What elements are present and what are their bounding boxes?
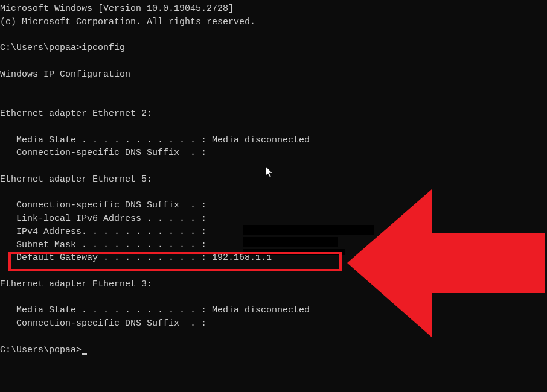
copyright-line: (c) Microsoft Corporation. All rights re… — [0, 16, 547, 29]
red-arrow-annotation-icon — [347, 189, 545, 349]
prompt-path: C:\Users\popaa> — [0, 43, 82, 53]
blank-line — [0, 55, 547, 68]
mouse-cursor-icon — [266, 166, 275, 179]
text-cursor-icon — [82, 353, 87, 355]
ipconfig-title: Windows IP Configuration — [0, 68, 547, 81]
adapter-header: Ethernet adapter Ethernet 2: — [0, 107, 547, 121]
highlight-rectangle-annotation — [8, 252, 342, 271]
windows-version-line: Microsoft Windows [Version 10.0.19045.27… — [0, 2, 547, 16]
command-text: ipconfig — [82, 43, 125, 53]
prompt-line: C:\Users\popaa>ipconfig — [0, 42, 547, 55]
blank-line — [0, 121, 547, 134]
media-state-line: Media State . . . . . . . . . . . : Medi… — [0, 134, 547, 147]
blank-line — [0, 94, 547, 107]
redaction-block — [243, 237, 338, 247]
dns-suffix-line: Connection-specific DNS Suffix . : — [0, 147, 547, 160]
blank-line — [0, 29, 547, 42]
blank-line — [0, 81, 547, 95]
prompt-path: C:\Users\popaa> — [0, 345, 82, 355]
svg-marker-0 — [347, 189, 545, 337]
